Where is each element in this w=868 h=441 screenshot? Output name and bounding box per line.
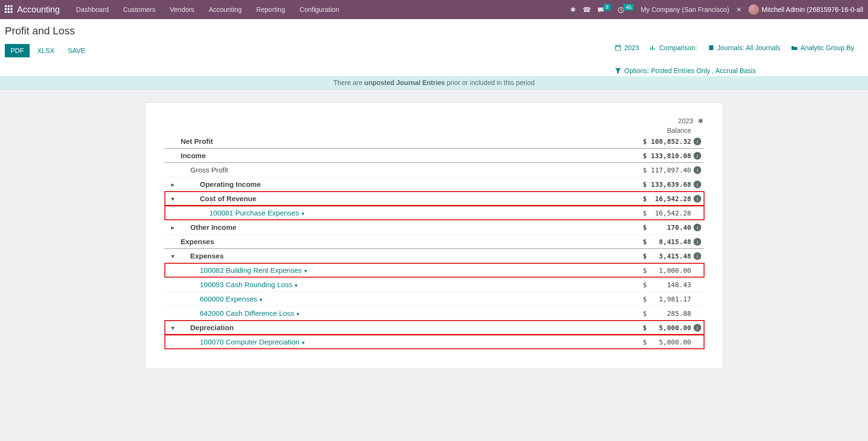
menu-item-configuration[interactable]: Configuration xyxy=(294,4,345,15)
account-link[interactable]: 100070 Computer Depreciation▼ xyxy=(200,338,305,346)
line-label: Net Profit xyxy=(181,137,619,145)
bar-chart-icon xyxy=(650,44,656,51)
column-debug-icon[interactable]: ✱ xyxy=(698,117,704,125)
funnel-icon xyxy=(615,67,621,74)
report-filters: 2023 Comparison: Journals: All Journals … xyxy=(615,44,863,75)
report-line: 100070 Computer Depreciation▼$ 5,000.00 xyxy=(164,335,704,349)
debug-icon[interactable]: ✱ xyxy=(570,6,576,13)
report-line: ▸Operating Income$ 133,639.68i xyxy=(164,177,704,192)
line-value: $ 16,542.28 xyxy=(619,195,691,203)
line-label[interactable]: 100082 Building Rent Expenses▼ xyxy=(181,266,619,274)
caret-toggle-icon[interactable]: ▸ xyxy=(164,224,181,231)
info-icon[interactable]: i xyxy=(694,152,701,160)
info-icon[interactable]: i xyxy=(694,324,701,332)
book-icon xyxy=(708,44,715,51)
save-button[interactable]: SAVE xyxy=(62,44,91,57)
info-cell: i xyxy=(691,151,704,160)
col-year: 2023 xyxy=(678,117,693,125)
filter-comparison[interactable]: Comparison: xyxy=(650,44,697,52)
report-line: Expenses$ 8,415.48i xyxy=(164,235,704,249)
info-cell: i xyxy=(691,252,704,260)
line-label: Income xyxy=(181,151,619,160)
app-brand[interactable]: Accounting xyxy=(17,5,60,15)
info-cell: i xyxy=(691,166,704,174)
report-line: ▸Other Income$ 170.40i xyxy=(164,220,704,235)
report-line: 600000 Expenses▼$ 1,981.17 xyxy=(164,292,704,306)
report-line: Net Profit$ 108,852.32i xyxy=(164,134,704,149)
info-icon[interactable]: i xyxy=(694,138,701,145)
filter-options[interactable]: Options: Posted Entries Only , Accrual B… xyxy=(615,67,863,75)
line-label[interactable]: 600000 Expenses▼ xyxy=(181,295,619,303)
line-value: $ 133,810.08 xyxy=(619,152,691,160)
info-cell: i xyxy=(691,237,704,246)
line-value: $ 8,415.48 xyxy=(619,238,691,246)
report-line: 100082 Building Rent Expenses▼$ 1,000.00 xyxy=(164,263,704,278)
info-cell: i xyxy=(691,137,704,145)
caret-toggle-icon[interactable]: ▾ xyxy=(164,195,181,203)
menu-item-vendors[interactable]: Vendors xyxy=(164,4,200,15)
menu-item-accounting[interactable]: Accounting xyxy=(203,4,248,15)
caret-toggle-icon[interactable]: ▾ xyxy=(164,324,181,332)
apps-icon[interactable] xyxy=(5,5,13,14)
main-menu: DashboardCustomersVendorsAccountingRepor… xyxy=(70,4,345,15)
info-icon[interactable]: i xyxy=(694,195,701,203)
line-label: Expenses xyxy=(181,237,619,246)
line-label[interactable]: 100081 Purchase Expenses▼ xyxy=(181,209,619,217)
user-name: Mitchell Admin (26815976-16-0-all xyxy=(762,6,863,13)
info-icon[interactable]: i xyxy=(694,238,701,246)
line-label[interactable]: 100070 Computer Depreciation▼ xyxy=(181,338,619,346)
account-link[interactable]: 642000 Cash Difference Loss▼ xyxy=(200,309,300,317)
line-value: $ 16,542.28 xyxy=(619,209,691,217)
info-icon[interactable]: i xyxy=(694,181,701,188)
company-switcher[interactable]: My Company (San Francisco) xyxy=(640,6,729,13)
line-value: $ 108,852.32 xyxy=(619,138,691,145)
line-label: Operating Income xyxy=(181,180,619,188)
xlsx-button[interactable]: XLSX xyxy=(32,44,60,57)
pdf-button[interactable]: PDF xyxy=(5,44,30,57)
chevron-down-icon: ▼ xyxy=(304,269,308,274)
line-label: Gross Profit xyxy=(181,166,619,174)
line-value: $ 1,000.00 xyxy=(619,267,691,274)
account-link[interactable]: 600000 Expenses▼ xyxy=(200,295,263,303)
tools-icon[interactable]: ✕ xyxy=(736,6,742,13)
report-line: ▾Depreciation$ 5,000.00i xyxy=(164,321,704,335)
filter-analytic[interactable]: Analytic Group By xyxy=(791,44,854,52)
messages-icon[interactable]: 8 xyxy=(597,6,611,13)
report-line: ▾Cost of Revenue$ 16,542.28i xyxy=(164,192,704,206)
activities-icon[interactable]: 46 xyxy=(618,6,634,13)
page-title: Profit and Loss xyxy=(5,25,863,37)
line-value: $ 133,639.68 xyxy=(619,181,691,188)
report-sheet: 2023 ✱ Balance Net Profit$ 108,852.32iIn… xyxy=(145,102,723,369)
column-header: 2023 ✱ Balance xyxy=(164,117,704,134)
col-subheader: Balance xyxy=(164,127,691,134)
account-link[interactable]: 100081 Purchase Expenses▼ xyxy=(209,209,305,217)
calendar-icon xyxy=(615,44,621,51)
menu-item-dashboard[interactable]: Dashboard xyxy=(70,4,115,15)
unposted-alert[interactable]: There are unposted Journal Entries prior… xyxy=(0,76,868,90)
report-line: 100081 Purchase Expenses▼$ 16,542.28 xyxy=(164,206,704,220)
line-label: Expenses xyxy=(181,252,619,260)
caret-toggle-icon[interactable]: ▸ xyxy=(164,181,181,188)
info-icon[interactable]: i xyxy=(694,252,701,260)
info-cell: i xyxy=(691,194,704,203)
control-panel: Profit and Loss PDF XLSX SAVE 2023 Compa… xyxy=(0,19,868,79)
filter-date[interactable]: 2023 xyxy=(615,44,639,52)
info-icon[interactable]: i xyxy=(694,166,701,174)
account-link[interactable]: 100093 Cash Rounding Loss▼ xyxy=(200,280,298,289)
caret-toggle-icon[interactable]: ▾ xyxy=(164,252,181,260)
account-link[interactable]: 100082 Building Rent Expenses▼ xyxy=(200,266,308,274)
line-value: $ 117,097.40 xyxy=(619,166,691,174)
menu-item-customers[interactable]: Customers xyxy=(118,4,162,15)
line-label[interactable]: 100093 Cash Rounding Loss▼ xyxy=(181,280,619,289)
support-icon[interactable]: ☎ xyxy=(583,6,591,13)
line-label[interactable]: 642000 Cash Difference Loss▼ xyxy=(181,309,619,317)
line-value: $ 285.88 xyxy=(619,310,691,317)
avatar-icon xyxy=(749,4,759,15)
line-value: $ 5,000.00 xyxy=(619,338,691,346)
line-label: Other Income xyxy=(181,223,619,231)
info-icon[interactable]: i xyxy=(694,224,701,231)
user-menu[interactable]: Mitchell Admin (26815976-16-0-all xyxy=(749,4,863,15)
folder-icon xyxy=(791,44,798,51)
menu-item-reporting[interactable]: Reporting xyxy=(250,4,291,15)
filter-journals[interactable]: Journals: All Journals xyxy=(708,44,781,52)
